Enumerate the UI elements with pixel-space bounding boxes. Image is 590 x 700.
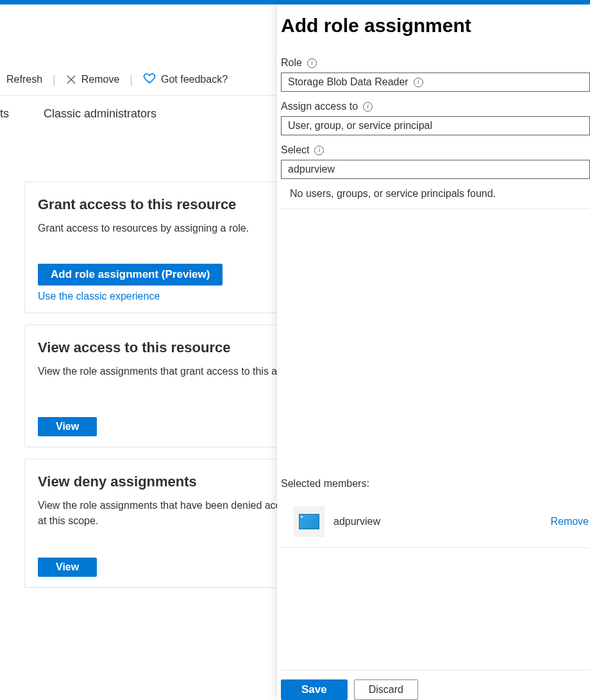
remove-button[interactable]: Remove: [66, 74, 120, 85]
role-dropdown[interactable]: Storage Blob Data Reader i: [281, 73, 590, 92]
selected-member-name: adpurview: [333, 516, 380, 527]
azure-top-bar: [0, 0, 590, 4]
role-label: Role: [281, 57, 302, 69]
panel-header: Add role assignment: [277, 4, 590, 42]
role-value: Storage Blob Data Reader: [288, 76, 409, 88]
selected-members-label: Selected members:: [281, 478, 590, 490]
feedback-label: Got feedback?: [161, 74, 228, 85]
role-field: Role i Storage Blob Data Reader i: [281, 57, 590, 92]
info-icon[interactable]: i: [414, 78, 423, 87]
remove-label: Remove: [81, 74, 120, 85]
select-field: Select i: [281, 144, 590, 179]
remove-member-link[interactable]: Remove: [550, 516, 590, 527]
add-role-assignment-panel: Add role assignment Role i Storage Blob …: [277, 4, 590, 700]
view-button[interactable]: View: [38, 558, 97, 577]
save-button[interactable]: Save: [281, 679, 348, 700]
x-icon: [66, 74, 76, 85]
info-icon[interactable]: i: [363, 102, 373, 112]
feedback-button[interactable]: Got feedback?: [143, 72, 228, 88]
discard-button[interactable]: Discard: [354, 679, 418, 700]
assign-access-dropdown[interactable]: User, group, or service principal: [281, 116, 590, 135]
assign-access-label: Assign access to: [281, 101, 358, 112]
refresh-button[interactable]: Refresh: [6, 74, 42, 85]
panel-footer: Save Discard: [281, 670, 590, 700]
select-input[interactable]: [281, 160, 590, 179]
refresh-label: Refresh: [6, 74, 42, 85]
tab-classic-admins[interactable]: Classic administrators: [44, 107, 156, 121]
heart-icon: [143, 72, 156, 88]
toolbar-divider: |: [130, 73, 133, 87]
assign-access-field: Assign access to i User, group, or servi…: [281, 101, 590, 135]
selected-member-row: adpurview Remove: [281, 506, 590, 548]
tab-partial[interactable]: ts: [0, 107, 9, 121]
info-icon[interactable]: i: [314, 146, 324, 155]
assign-access-value: User, group, or service principal: [288, 120, 432, 131]
add-role-assignment-button[interactable]: Add role assignment (Preview): [38, 264, 223, 286]
selected-members-section: Selected members: adpurview Remove: [281, 478, 590, 548]
classic-experience-link[interactable]: Use the classic experience: [38, 291, 160, 302]
info-icon[interactable]: i: [307, 58, 317, 68]
resource-icon: [294, 506, 324, 537]
select-label: Select: [281, 144, 309, 156]
toolbar-divider: |: [53, 73, 56, 87]
no-results-message: No users, groups, or service principals …: [281, 179, 590, 209]
view-button[interactable]: View: [38, 417, 97, 436]
panel-title: Add role assignment: [281, 15, 572, 37]
